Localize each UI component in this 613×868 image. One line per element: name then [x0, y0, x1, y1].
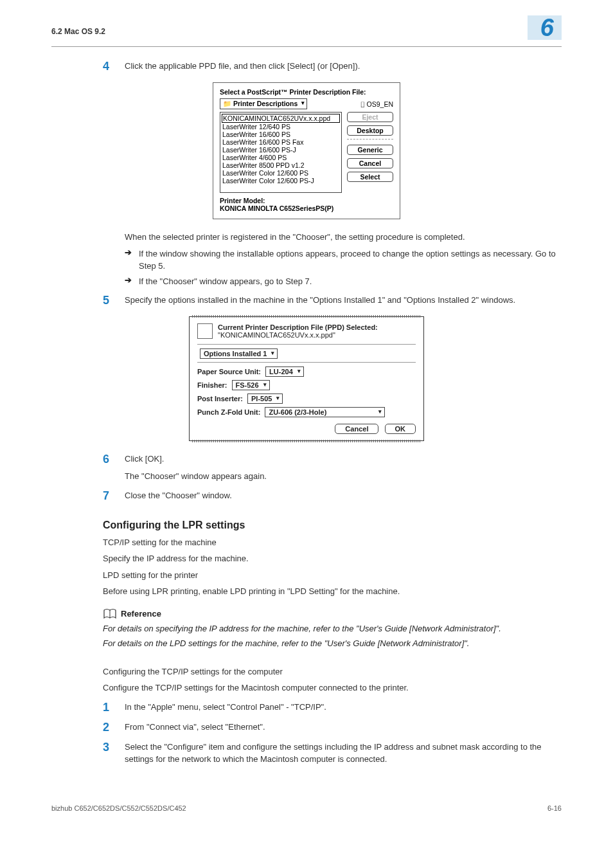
list-item[interactable]: LaserWriter 16/600 PS-J — [222, 146, 340, 154]
reference-icon — [103, 608, 117, 620]
step-number: 7 — [103, 489, 125, 503]
printer-icon — [197, 323, 213, 339]
body-text: The "Chooser" window appears again. — [125, 470, 562, 483]
tcpip-step-1: 1 In the "Apple" menu, select "Control P… — [103, 701, 562, 714]
arrow-icon: ➔ — [125, 275, 139, 288]
step-text: Click [OK]. — [125, 453, 164, 466]
step-5: 5 Specify the options installed in the m… — [103, 294, 562, 307]
dialog2-title: Current Printer Description File (PPD) S… — [218, 323, 378, 339]
list-item[interactable]: LaserWriter Color 12/600 PS — [222, 169, 340, 177]
post-inserter-dropdown[interactable]: PI-505 — [247, 393, 283, 404]
body-text: Specify the IP address for the machine. — [103, 552, 562, 565]
body-text: Before using LPR printing, enable LPD pr… — [103, 585, 562, 598]
step-text: From "Connect via", select "Ethernet". — [125, 721, 265, 734]
divider — [347, 139, 393, 141]
note-item: ➔ If the "Chooser" window appears, go to… — [125, 275, 562, 288]
step-text: Select the "Configure" item and configur… — [125, 741, 562, 766]
note-item: ➔ If the window showing the installable … — [125, 248, 562, 273]
cancel-button[interactable]: Cancel — [335, 424, 378, 434]
list-item[interactable]: LaserWriter 4/600 PS — [222, 154, 340, 161]
options-installed-dialog: Current Printer Description File (PPD) S… — [189, 316, 424, 441]
reference-heading: Reference — [103, 608, 562, 620]
footer-model: bizhub C652/C652DS/C552/C552DS/C452 — [51, 804, 186, 812]
ppd-select-dialog: Select a PostScript™ Printer Description… — [213, 82, 400, 219]
lpr-heading: Configuring the LPR settings — [103, 520, 562, 531]
step-text: Click the applicable PPD file, and then … — [125, 60, 360, 73]
step-4: 4 Click the applicable PPD file, and the… — [103, 60, 562, 73]
body-text: When the selected printer is registered … — [125, 231, 562, 244]
step-text: Specify the options installed in the mac… — [125, 294, 515, 307]
list-item[interactable]: LaserWriter 12/640 PS — [222, 123, 340, 131]
step-number: 1 — [103, 701, 125, 714]
ppd-file-list[interactable]: KONICAMINOLTAC652UVx.x.x.ppd LaserWriter… — [220, 112, 342, 193]
step-6: 6 Click [OK]. — [103, 453, 562, 466]
step-number: 3 — [103, 741, 125, 754]
tcpip-subheading: Configuring the TCP/IP settings for the … — [103, 665, 562, 678]
select-button[interactable]: Select — [347, 172, 393, 182]
printer-model: Printer Model: KONICA MINOLTA C652Series… — [220, 197, 393, 212]
reference-label: Reference — [121, 609, 161, 619]
list-item[interactable]: LaserWriter Color 12/600 PS-J — [222, 177, 340, 185]
step-text: In the "Apple" menu, select "Control Pan… — [125, 701, 326, 714]
paper-source-dropdown[interactable]: LU-204 — [265, 366, 304, 377]
body-text: Configure the TCP/IP settings for the Ma… — [103, 682, 562, 694]
post-inserter-row: Post Inserter: PI-505 — [197, 393, 416, 404]
body-text: LPD setting for the printer — [103, 569, 562, 582]
generic-button[interactable]: Generic — [347, 145, 393, 155]
paper-source-row: Paper Source Unit: LU-204 — [197, 362, 416, 377]
reference-text: For details on specifying the IP address… — [103, 622, 562, 635]
chapter-number: 6 — [528, 15, 562, 40]
step-7: 7 Close the "Chooser" window. — [103, 489, 562, 503]
desktop-button[interactable]: Desktop — [347, 125, 393, 136]
punch-unit-dropdown[interactable]: ZU-606 (2/3-Hole) — [265, 407, 385, 417]
finisher-dropdown[interactable]: FS-526 — [232, 380, 270, 390]
header-section: 6.2 Mac OS 9.2 — [51, 27, 105, 36]
eject-button[interactable]: Eject — [347, 112, 393, 122]
page-footer: bizhub C652/C652DS/C552/C552DS/C452 6-16 — [51, 804, 562, 812]
punch-unit-row: Punch Z-Fold Unit: ZU-606 (2/3-Hole) — [197, 407, 416, 417]
list-item[interactable]: LaserWriter 16/600 PS — [222, 131, 340, 138]
page-header: 6.2 Mac OS 9.2 6 — [51, 19, 562, 47]
reference-text: For details on the LPD settings for the … — [103, 637, 562, 650]
finisher-row: Finisher: FS-526 — [197, 380, 416, 390]
arrow-icon: ➔ — [125, 248, 139, 273]
step-number: 5 — [103, 294, 125, 307]
step-number: 2 — [103, 721, 125, 734]
tcpip-step-3: 3 Select the "Configure" item and config… — [103, 741, 562, 766]
folder-dropdown[interactable]: 📁 Printer Descriptions — [220, 98, 307, 109]
step-number: 4 — [103, 60, 125, 73]
list-item[interactable]: LaserWriter 8500 PPD v1.2 — [222, 161, 340, 169]
list-item[interactable]: LaserWriter 16/600 PS Fax — [222, 138, 340, 146]
footer-page: 6-16 — [547, 804, 562, 812]
body-text: TCP/IP setting for the machine — [103, 536, 562, 549]
tcpip-step-2: 2 From "Connect via", select "Ethernet". — [103, 721, 562, 734]
dialog-title: Select a PostScript™ Printer Description… — [220, 88, 393, 96]
list-item[interactable]: KONICAMINOLTAC652UVx.x.x.ppd — [222, 114, 340, 123]
ok-button[interactable]: OK — [385, 424, 416, 434]
step-text: Close the "Chooser" window. — [125, 489, 232, 502]
cancel-button[interactable]: Cancel — [347, 158, 393, 168]
step-number: 6 — [103, 453, 125, 466]
volume-label: ⌷ OS9_EN — [360, 100, 393, 108]
options-group-dropdown[interactable]: Options Installed 1 — [200, 348, 278, 359]
